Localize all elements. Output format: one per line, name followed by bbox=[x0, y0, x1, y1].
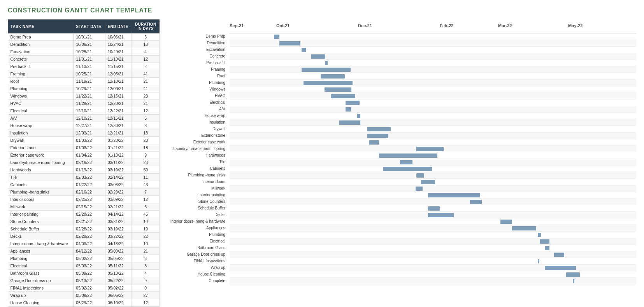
duration: 11 bbox=[132, 174, 160, 181]
chart-row: House wrap bbox=[230, 113, 636, 119]
start-date: 05/09/22 bbox=[74, 292, 105, 299]
end-date: 03/06/22 bbox=[105, 181, 132, 188]
duration: 18 bbox=[132, 41, 160, 48]
table-row: Electrical 12/10/21 12/22/21 12 bbox=[8, 107, 160, 115]
chart-row: Cabinets bbox=[230, 166, 636, 172]
task-name: Electrical bbox=[8, 107, 74, 115]
task-name: Tile bbox=[8, 174, 74, 181]
chart-row: Concrete bbox=[230, 53, 636, 60]
gantt-bar bbox=[538, 259, 539, 263]
end-date: 12/05/21 bbox=[105, 70, 132, 78]
start-date: 02/03/22 bbox=[74, 174, 105, 181]
task-name: Hardwoods bbox=[8, 166, 74, 174]
task-name: FINAL Inspections bbox=[8, 284, 74, 292]
task-name: Windows bbox=[8, 92, 74, 100]
end-date: 02/21/22 bbox=[105, 203, 132, 211]
month-label: Feb-22 bbox=[440, 23, 453, 28]
duration: 18 bbox=[132, 144, 160, 152]
chart-task-label: Interior doors- hang & hardware bbox=[161, 219, 228, 223]
end-date: 05/22/22 bbox=[105, 277, 132, 284]
chart-row: Schedule Buffer bbox=[230, 205, 636, 212]
chart-task-label: Hardwoods bbox=[161, 153, 228, 157]
end-date: 12/15/21 bbox=[105, 92, 132, 100]
chart-row: Interior painting bbox=[230, 192, 636, 199]
start-date: 01/03/22 bbox=[74, 144, 105, 152]
duration: 7 bbox=[132, 188, 160, 196]
start-date: 01/04/22 bbox=[74, 152, 105, 159]
gantt-bar bbox=[346, 101, 360, 105]
chart-task-label: Complete bbox=[161, 279, 228, 283]
chart-row: Decks bbox=[230, 212, 636, 218]
chart-task-label: Tile bbox=[161, 160, 228, 164]
chart-task-label: Plumbing bbox=[161, 80, 228, 85]
start-date: 12/10/21 bbox=[74, 115, 105, 122]
gantt-bar bbox=[302, 68, 351, 72]
gantt-bar bbox=[545, 266, 576, 270]
task-name: Framing bbox=[8, 70, 74, 78]
gantt-bar bbox=[428, 193, 480, 197]
gantt-bar bbox=[302, 48, 306, 52]
chart-task-label: Stone Counters bbox=[161, 199, 228, 204]
gantt-bar bbox=[421, 180, 435, 184]
chart-task-label: Decks bbox=[161, 213, 228, 217]
duration: 10 bbox=[132, 240, 160, 248]
duration: 21 bbox=[132, 78, 160, 85]
start-date: 02/15/22 bbox=[74, 203, 105, 211]
end-date: 02/14/22 bbox=[105, 174, 132, 181]
task-name: HVAC bbox=[8, 100, 74, 107]
table-row: Framing 10/25/21 12/05/21 41 bbox=[8, 70, 160, 78]
gantt-bar bbox=[428, 213, 454, 217]
month-label: Sep-21 bbox=[230, 23, 244, 28]
table-row: Exterior case work 01/04/22 01/13/22 9 bbox=[8, 152, 160, 159]
chart-row: Interior doors- hang & hardware bbox=[230, 218, 636, 225]
table-row: Excavation 10/25/21 10/29/21 4 bbox=[8, 48, 160, 56]
chart-row: Exterior stone bbox=[230, 133, 636, 139]
task-name: Exterior case work bbox=[8, 152, 74, 159]
task-name: Bathroom Glass bbox=[8, 270, 74, 277]
header-end-date: END DATE bbox=[105, 20, 132, 33]
task-name: Plumbing bbox=[8, 255, 74, 262]
start-date: 10/25/21 bbox=[74, 48, 105, 56]
gantt-bar bbox=[321, 74, 345, 78]
start-date: 05/02/22 bbox=[74, 255, 105, 262]
table-row: Plumbing 05/02/22 05/05/22 3 bbox=[8, 255, 160, 262]
chart-row: Demolition bbox=[230, 40, 636, 47]
start-date: 12/03/21 bbox=[74, 129, 105, 137]
chart-task-label: Exterior case work bbox=[161, 140, 228, 144]
duration: 0 bbox=[132, 284, 160, 292]
chart-task-label: Demolition bbox=[161, 41, 228, 45]
gantt-bar bbox=[274, 35, 279, 39]
duration: 8 bbox=[132, 262, 160, 270]
gantt-bar bbox=[500, 220, 512, 224]
table-row: Interior doors 02/25/22 03/09/22 12 bbox=[8, 196, 160, 203]
gantt-bar bbox=[512, 226, 536, 230]
duration: 18 bbox=[132, 129, 160, 137]
table-row: FINAL Inspections 05/02/22 05/02/22 0 bbox=[8, 284, 160, 292]
chart-task-label: Schedule Buffer bbox=[161, 206, 228, 210]
table-row: Millwork 02/15/22 02/21/22 6 bbox=[8, 203, 160, 211]
end-date: 01/23/22 bbox=[105, 137, 132, 144]
chart-row: Electrical bbox=[230, 99, 636, 106]
chart-row: House Cleaning bbox=[230, 271, 636, 278]
start-date: 10/25/21 bbox=[74, 70, 105, 78]
chart-task-label: House Cleaning bbox=[161, 272, 228, 276]
gantt-bar bbox=[416, 173, 424, 178]
duration: 12 bbox=[132, 56, 160, 63]
end-date: 04/14/22 bbox=[105, 211, 132, 218]
duration: 10 bbox=[132, 225, 160, 233]
end-date: 03/22/22 bbox=[105, 233, 132, 240]
end-date: 12/15/21 bbox=[105, 115, 132, 122]
task-name: Plumbing -hang sinks bbox=[8, 188, 74, 196]
duration: 9 bbox=[132, 152, 160, 159]
chart-task-label: Electrical bbox=[161, 239, 228, 243]
page-container: CONSTRUCTION GANTT CHART TEMPLATE TASK N… bbox=[0, 0, 644, 307]
chart-row: Wrap up bbox=[230, 265, 636, 271]
table-row: Concrete 11/01/21 11/13/21 12 bbox=[8, 56, 160, 63]
gantt-bar bbox=[339, 120, 360, 125]
chart-row: Garage Door dress up bbox=[230, 251, 636, 258]
gantt-bar bbox=[325, 61, 328, 65]
end-date: 12/20/21 bbox=[105, 100, 132, 107]
table-row: Schedule Buffer 02/28/22 03/10/22 10 bbox=[8, 225, 160, 233]
table-row: Interior doors- hang & hardware 04/03/22… bbox=[8, 240, 160, 248]
chart-task-label: House wrap bbox=[161, 113, 228, 118]
